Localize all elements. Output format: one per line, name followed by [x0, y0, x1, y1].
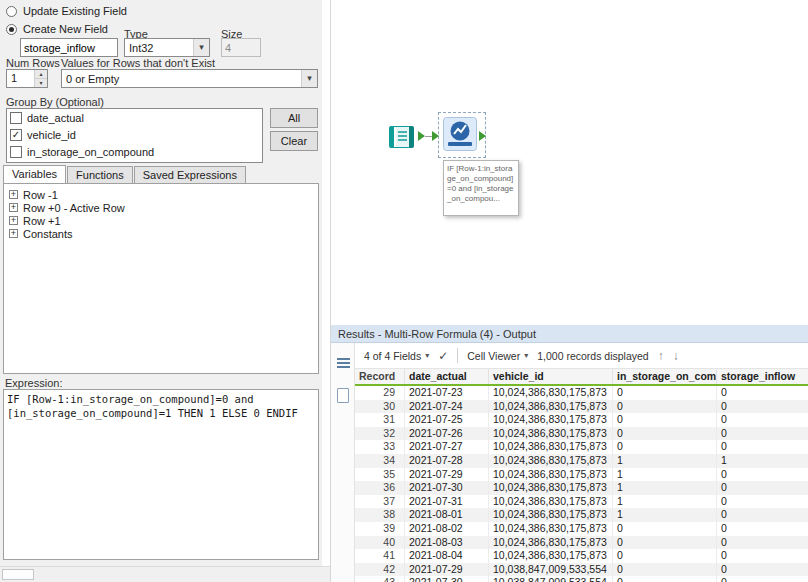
table-cell: 0 — [717, 468, 808, 482]
group-by-item-label: in_storage_on_compound — [27, 146, 154, 158]
table-cell: 43 — [355, 576, 405, 582]
results-icon-strip — [331, 343, 355, 582]
table-cell: 10,024,386,830,175,873 — [489, 481, 613, 495]
table-cell: 2021-08-03 — [405, 536, 489, 550]
variables-tree[interactable]: +Row -1+Row +0 - Active Row+Row +1+Const… — [3, 183, 319, 374]
table-row[interactable]: 432021-07-3010,038,847,009,533,55400 — [355, 576, 808, 582]
table-cell: 32 — [355, 427, 405, 441]
radio-update-existing[interactable]: Update Existing Field — [6, 4, 127, 18]
tab-variables[interactable]: Variables — [3, 165, 66, 183]
field-name-input[interactable] — [20, 38, 118, 57]
table-row[interactable]: 302021-07-2410,024,386,830,175,87300 — [355, 400, 808, 414]
checkbox-unchecked-icon[interactable] — [10, 146, 22, 158]
num-rows-stepper[interactable]: 1 ▴ ▾ — [6, 69, 48, 88]
expand-plus-icon[interactable]: + — [9, 203, 18, 212]
tree-item[interactable]: +Constants — [9, 227, 318, 240]
output-anchor-icon[interactable] — [418, 131, 425, 141]
checkbox-unchecked-icon[interactable] — [10, 112, 22, 124]
table-cell: 1 — [613, 495, 717, 509]
type-dropdown[interactable]: Int32 ▾ — [124, 38, 210, 57]
column-header-date_actual[interactable]: date_actual — [405, 369, 489, 384]
cell-viewer-dropdown[interactable]: Cell Viewer ▾ — [467, 350, 528, 362]
table-view-icon[interactable] — [331, 351, 355, 375]
multi-row-formula-tool-icon[interactable] — [443, 117, 477, 151]
clear-button[interactable]: Clear — [270, 131, 318, 151]
workflow-canvas[interactable]: IF [Row-1:in_storage_on_compound]=0 and … — [331, 0, 808, 325]
tab-functions[interactable]: Functions — [67, 166, 133, 183]
tree-item[interactable]: +Row +1 — [9, 214, 318, 227]
expand-plus-icon[interactable]: + — [9, 216, 18, 225]
apply-check-icon[interactable]: ✓ — [438, 349, 448, 363]
table-cell: 38 — [355, 508, 405, 522]
column-header-storage_inflow[interactable]: storage_inflow — [717, 369, 808, 384]
table-row[interactable]: 412021-08-0410,024,386,830,175,87300 — [355, 549, 808, 563]
table-cell: 0 — [613, 440, 717, 454]
radio-selected-icon[interactable] — [6, 24, 17, 35]
group-by-item[interactable]: in_storage_on_compound — [7, 143, 262, 160]
scrollbar-thumb[interactable] — [2, 569, 34, 580]
table-row[interactable]: 312021-07-2510,024,386,830,175,87300 — [355, 413, 808, 427]
size-input — [221, 38, 261, 57]
table-cell: 10,024,386,830,175,873 — [489, 508, 613, 522]
group-by-list[interactable]: date_actual✓vehicle_idin_storage_on_comp… — [6, 108, 263, 163]
expression-tabs: VariablesFunctionsSaved Expressions — [3, 165, 247, 183]
table-row[interactable]: 332021-07-2710,024,386,830,175,87300 — [355, 440, 808, 454]
table-row[interactable]: 402021-08-0310,024,386,830,175,87300 — [355, 536, 808, 550]
table-cell: 0 — [717, 576, 808, 582]
expand-plus-icon[interactable]: + — [9, 229, 18, 238]
down-arrow-icon[interactable]: ↓ — [673, 349, 679, 363]
column-header-in_storage_on_compound[interactable]: in_storage_on_compound — [613, 369, 717, 384]
group-by-item[interactable]: date_actual — [7, 109, 262, 126]
radio-unselected-icon[interactable] — [6, 6, 17, 17]
table-row[interactable]: 422021-07-2910,038,847,009,533,55400 — [355, 563, 808, 577]
results-table-body: 292021-07-2310,024,386,830,175,873003020… — [355, 386, 808, 582]
column-header-vehicle_id[interactable]: vehicle_id — [489, 369, 613, 384]
checkbox-checked-icon[interactable]: ✓ — [10, 129, 22, 141]
values-rows-label: Values for Rows that don't Exist — [61, 57, 215, 69]
tab-saved-expressions[interactable]: Saved Expressions — [134, 166, 246, 183]
input-data-tool-icon[interactable] — [387, 122, 417, 152]
spinner-down-icon[interactable]: ▾ — [35, 78, 47, 87]
output-anchor-icon[interactable] — [479, 131, 486, 141]
results-table-header: Recorddate_actualvehicle_idin_storage_on… — [355, 369, 808, 386]
table-cell: 10,038,847,009,533,554 — [489, 563, 613, 577]
num-rows-label: Num Rows — [6, 57, 60, 69]
table-row[interactable]: 342021-07-2810,024,386,830,175,87311 — [355, 454, 808, 468]
chevron-down-icon: ▾ — [193, 39, 209, 56]
table-row[interactable]: 292021-07-2310,024,386,830,175,87300 — [355, 386, 808, 400]
tree-item[interactable]: +Row +0 - Active Row — [9, 201, 318, 214]
all-button[interactable]: All — [270, 108, 318, 128]
table-cell: 0 — [613, 386, 717, 400]
metadata-view-icon[interactable] — [331, 383, 355, 407]
values-rows-dropdown[interactable]: 0 or Empty ▾ — [61, 69, 318, 88]
table-row[interactable]: 372021-07-3110,024,386,830,175,87310 — [355, 495, 808, 509]
table-cell: 0 — [613, 563, 717, 577]
table-row[interactable]: 382021-08-0110,024,386,830,175,87310 — [355, 508, 808, 522]
table-row[interactable]: 352021-07-2910,024,386,830,175,87310 — [355, 468, 808, 482]
tree-item-label: Row +0 - Active Row — [23, 202, 125, 214]
spinner-up-icon[interactable]: ▴ — [35, 70, 47, 78]
radio-create-new[interactable]: Create New Field — [6, 22, 108, 36]
fields-dropdown[interactable]: 4 of 4 Fields ▾ — [364, 350, 429, 362]
results-title: Results - Multi-Row Formula (4) - Output — [331, 325, 808, 343]
table-row[interactable]: 322021-07-2610,024,386,830,175,87300 — [355, 427, 808, 441]
table-cell: 0 — [613, 522, 717, 536]
table-cell: 0 — [717, 400, 808, 414]
table-row[interactable]: 392021-08-0210,024,386,830,175,87300 — [355, 522, 808, 536]
up-arrow-icon[interactable]: ↑ — [658, 349, 664, 363]
toolbar-separator — [457, 348, 458, 363]
table-cell: 2021-07-26 — [405, 427, 489, 441]
expression-input[interactable]: IF [Row-1:in_storage_on_compound]=0 and … — [3, 389, 319, 560]
input-anchor-icon[interactable] — [432, 131, 439, 141]
tree-item[interactable]: +Row -1 — [9, 188, 318, 201]
table-row[interactable]: 362021-07-3010,024,386,830,175,87310 — [355, 481, 808, 495]
horizontal-scrollbar[interactable] — [0, 566, 330, 582]
page-icon — [337, 388, 349, 403]
table-cell: 0 — [613, 413, 717, 427]
column-header-record[interactable]: Record — [355, 369, 405, 384]
table-cell: 0 — [613, 400, 717, 414]
group-by-item[interactable]: ✓vehicle_id — [7, 126, 262, 143]
table-cell: 39 — [355, 522, 405, 536]
expand-plus-icon[interactable]: + — [9, 190, 18, 199]
table-cell: 36 — [355, 481, 405, 495]
